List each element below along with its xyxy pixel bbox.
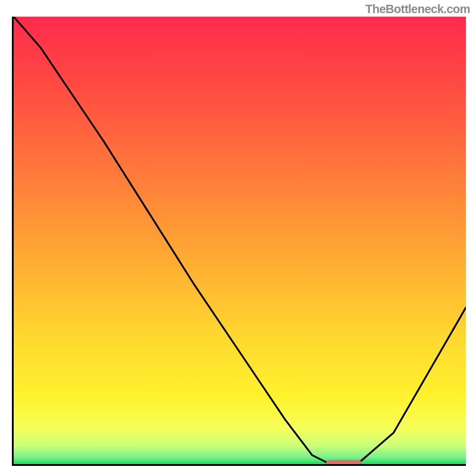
plot-area — [12, 17, 466, 466]
chart-container: TheBottleneck.com — [0, 0, 476, 476]
bottleneck-line — [14, 17, 466, 464]
watermark-text: TheBottleneck.com — [365, 2, 470, 16]
optimal-marker — [325, 460, 362, 466]
